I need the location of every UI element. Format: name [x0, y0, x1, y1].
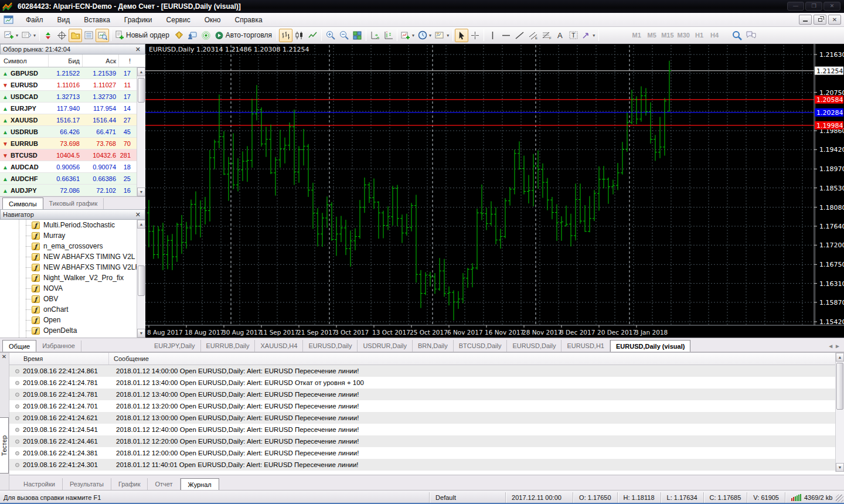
tester-tab[interactable]: Журнал	[181, 478, 219, 491]
menu-item[interactable]: Справка	[228, 13, 270, 26]
navigator-item[interactable]: ƒ OpenDelta	[0, 325, 137, 336]
journal-row[interactable]: 2019.08.16 22:41:24.461 2018.01.12 12:20…	[9, 435, 835, 447]
navigator-item[interactable]: ƒ onChart	[0, 304, 137, 315]
navigator-item[interactable]: ƒ Night_Walker_V2_Pro_fix	[0, 273, 137, 283]
tab-scroll-left-icon[interactable]: ◄	[828, 343, 833, 349]
journal-row[interactable]: 2019.08.16 22:41:24.381 2018.01.12 12:00…	[9, 447, 835, 459]
menu-item[interactable]: Окно	[198, 13, 228, 26]
column-time[interactable]: Время	[9, 353, 109, 365]
autoscroll-button[interactable]	[368, 29, 382, 42]
chart-tab[interactable]: EURJPY,Daily	[149, 340, 201, 352]
mdi-restore-button[interactable]	[814, 15, 826, 25]
tester-tab[interactable]: Настройки	[16, 478, 63, 490]
navigator-item[interactable]: ƒ Open	[0, 315, 137, 325]
market-watch-tab[interactable]: Тиковый график	[43, 198, 104, 209]
tester-tab[interactable]: Результаты	[63, 478, 111, 490]
scroll-up-icon[interactable]: ▲	[137, 220, 145, 229]
price-chart[interactable]: 1.216301.207501.198601.194201.189701.185…	[145, 44, 844, 338]
tester-tab[interactable]: График	[111, 478, 148, 490]
navigator-item[interactable]: ƒ NEW ABHAFXS TIMING V2L	[0, 251, 137, 262]
tab-scroll-right-icon[interactable]: ►	[835, 343, 840, 349]
scroll-up-icon[interactable]: ▲	[137, 67, 145, 76]
timeframe-button[interactable]: M5	[644, 29, 659, 42]
timeframe-button[interactable]: M15	[659, 29, 675, 42]
tester-tab[interactable]: Отчет	[148, 478, 180, 490]
chat-icon[interactable]	[744, 29, 758, 42]
menu-item[interactable]: Вид	[50, 13, 77, 26]
market-watch-row[interactable]: BTCUSD 10404.5 10432.6 281	[0, 149, 137, 161]
text-label-tool-button[interactable]: T	[567, 29, 580, 42]
column-bid[interactable]: Бид	[48, 55, 82, 67]
tile-windows-button[interactable]	[350, 29, 364, 42]
search-icon[interactable]	[730, 29, 744, 42]
arrows-tool-button[interactable]: ▾	[580, 29, 597, 42]
resize-grip[interactable]	[836, 495, 843, 502]
signals-button[interactable]	[186, 29, 199, 42]
timeframe-button[interactable]: H4	[707, 29, 722, 42]
tester-vertical-tab[interactable]: Тестер	[0, 417, 9, 474]
navigator-item[interactable]: ƒ OBV	[0, 294, 137, 304]
equidistant-channel-tool-button[interactable]: E	[526, 29, 540, 42]
market-watch-row[interactable]: XAUUSD 1516.17 1516.44 27	[0, 114, 137, 126]
zoom-out-button[interactable]	[337, 29, 350, 42]
status-profile[interactable]: Default	[430, 492, 506, 503]
scroll-up-icon[interactable]: ▲	[836, 353, 844, 362]
text-tool-button[interactable]: A	[553, 29, 567, 42]
window-maximize-button[interactable]: ❒	[805, 2, 822, 11]
chart-tab[interactable]: EURUSD,H1	[561, 340, 610, 352]
periods-button[interactable]: ▾	[416, 29, 433, 42]
new-chart-button[interactable]: ▾	[2, 29, 20, 42]
crosshair-tool-button[interactable]	[468, 29, 482, 42]
autotrading-button[interactable]: Авто-торговля	[213, 29, 275, 42]
journal-scrollbar[interactable]: ▲ ▼	[835, 353, 844, 472]
window-minimize-button[interactable]: —	[787, 2, 804, 11]
market-watch-row[interactable]: EURRUB 73.698 73.768 70	[0, 138, 137, 149]
journal-row[interactable]: 2019.08.16 22:41:24.781 2018.01.12 13:40…	[9, 389, 835, 400]
scroll-down-icon[interactable]: ▼	[836, 463, 844, 472]
journal-row[interactable]: 2019.08.16 22:41:24.861 2018.01.12 14:00…	[9, 365, 835, 377]
market-watch-row[interactable]: AUDCHF 0.66361 0.66386 25	[0, 173, 137, 185]
trendline-tool-button[interactable]	[513, 29, 526, 42]
templates-button[interactable]: ▾	[433, 29, 451, 42]
navigator-item[interactable]: ƒ n_ema_crossovers	[0, 241, 137, 251]
chart-bars-mode-button[interactable]	[279, 29, 292, 42]
cursor-tool-button[interactable]	[455, 29, 468, 42]
zoom-in-button[interactable]	[324, 29, 337, 42]
navigator-item[interactable]: ƒ Multi.Period.Stochastic	[0, 220, 137, 230]
data-window-toggle-button[interactable]	[55, 29, 69, 42]
market-watch-toggle-button[interactable]	[42, 29, 55, 42]
journal-row[interactable]: 2019.08.16 22:41:24.541 2018.01.12 12:40…	[9, 424, 835, 435]
chart-tab[interactable]: EURUSD,Daily	[507, 340, 561, 352]
journal-row[interactable]: 2019.08.16 22:41:24.701 2018.01.12 13:20…	[9, 400, 835, 412]
scroll-down-icon[interactable]: ▼	[137, 329, 145, 338]
navigator-item[interactable]: ƒ NOVA	[0, 283, 137, 294]
navigator-toggle-button[interactable]	[69, 29, 82, 42]
navigator-tab[interactable]: Общие	[2, 340, 36, 352]
scrollbar-thumb[interactable]	[138, 78, 145, 103]
chart-tab[interactable]: BTCUSD,Daily	[454, 340, 508, 352]
new-order-button[interactable]: Новый ордер	[113, 29, 172, 42]
menu-item[interactable]: Графики	[117, 13, 159, 26]
market-watch-row[interactable]: EURJPY 117.940 117.954 14	[0, 103, 137, 114]
mdi-minimize-button[interactable]	[799, 15, 812, 25]
market-watch-row[interactable]: EURUSD 1.11016 1.11027 11	[0, 79, 137, 91]
market-button[interactable]	[172, 29, 186, 42]
close-icon[interactable]: ✕	[134, 46, 142, 53]
market-watch-row[interactable]: AUDCAD 0.90056 0.90074 18	[0, 161, 137, 173]
strategy-tester-toggle-button[interactable]	[96, 29, 109, 42]
scrollbar-thumb[interactable]	[836, 363, 843, 410]
menu-item[interactable]: Файл	[19, 13, 50, 26]
indicators-button[interactable]: ▾	[399, 29, 416, 42]
navigator-item[interactable]: ƒ Murray	[0, 230, 137, 241]
column-symbol[interactable]: Символ	[0, 57, 48, 64]
chart-tab[interactable]: EURRUB,Daily	[201, 340, 256, 352]
window-close-button[interactable]: ✕	[823, 2, 840, 11]
chart-tab[interactable]: EURUSD,Daily (visual)	[610, 340, 690, 352]
scrollbar-thumb[interactable]	[138, 265, 145, 296]
news-signal-button[interactable]	[199, 29, 213, 42]
journal-row[interactable]: 2019.08.16 22:41:24.621 2018.01.12 13:00…	[9, 412, 835, 424]
chart-tab[interactable]: USDRUR,Daily	[358, 340, 413, 352]
timeframe-button[interactable]: H1	[692, 29, 707, 42]
market-watch-row[interactable]: AUDJPY 72.086 72.102 16	[0, 185, 137, 196]
timeframe-button[interactable]: M30	[676, 29, 692, 42]
